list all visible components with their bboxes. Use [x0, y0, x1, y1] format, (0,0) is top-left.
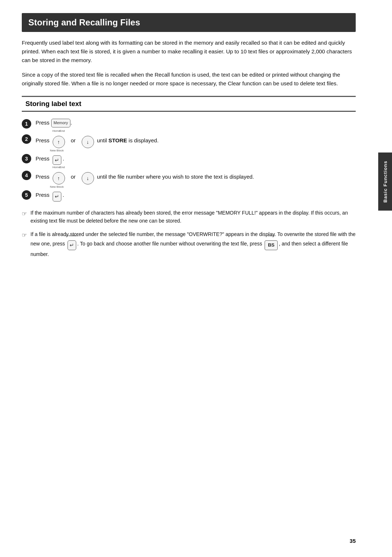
- enter-key-step3[interactable]: ↵: [53, 155, 61, 165]
- new-block-label-step3: New Block: [50, 149, 64, 153]
- step-number-5: 5: [22, 190, 31, 200]
- step-number-1: 1: [22, 119, 31, 129]
- up-arrow-key-step2[interactable]: ↑: [53, 136, 65, 148]
- memory-key[interactable]: Memory: [51, 119, 71, 127]
- enter-key-step5[interactable]: ↵: [53, 192, 61, 201]
- side-tab: Basic Functions: [378, 153, 392, 211]
- step-1: 1 Press Memory.: [22, 118, 356, 129]
- step-content-1: Press Memory.: [36, 118, 356, 127]
- step-number-3: 3: [22, 154, 31, 163]
- step-number-4: 4: [22, 171, 31, 180]
- new-block-label-step5: New Block: [50, 185, 64, 190]
- clear-label-note2: Clear: [268, 233, 275, 238]
- note-1: ☞ If the maximum number of characters ha…: [22, 209, 356, 225]
- note-2: ☞ If a file is already stored under the …: [22, 230, 356, 259]
- down-arrow-key-step4[interactable]: ↓: [82, 172, 94, 184]
- page-wrapper: Storing and Recalling Files Frequently u…: [0, 0, 392, 557]
- end-label-step2: End: [60, 129, 65, 134]
- section-heading: Storing label text: [22, 96, 356, 112]
- step-content-4: Press Home End ↑ or ↓ until the file num…: [36, 170, 356, 184]
- step-content-2: Press Home End ↑ or ↓ until STORE is dis…: [36, 134, 356, 148]
- down-arrow-key-step2[interactable]: ↓: [82, 136, 94, 148]
- page-title-bar: Storing and Recalling Files: [22, 13, 356, 32]
- enter-key-note2[interactable]: ↵: [68, 240, 76, 250]
- home-label-step2: Home: [53, 129, 60, 134]
- page-title: Storing and Recalling Files: [28, 17, 349, 28]
- note-icon-1: ☞: [22, 209, 27, 219]
- step-3: 3 Press New Block ↵ .: [22, 153, 356, 165]
- steps-list: 1 Press Memory. 2 Press Home End ↑ or: [22, 118, 356, 202]
- bs-key-note2[interactable]: BS: [265, 240, 278, 250]
- note-text-2: If a file is already stored under the se…: [30, 230, 356, 259]
- step-2: 2 Press Home End ↑ or ↓ until STORE is d…: [22, 134, 356, 148]
- note-icon-2: ☞: [22, 231, 27, 240]
- page-number: 35: [350, 538, 356, 544]
- step-5: 5 Press New Block ↵ .: [22, 190, 356, 201]
- step-4: 4 Press Home End ↑ or ↓ until the file n…: [22, 170, 356, 184]
- note-text-1: If the maximum number of characters has …: [30, 209, 356, 225]
- new-block-label-note2: New Block: [65, 233, 79, 238]
- step-content-5: Press New Block ↵ .: [36, 190, 356, 201]
- notes-section: ☞ If the maximum number of characters ha…: [22, 209, 356, 258]
- intro-paragraph-2: Since a copy of the stored text file is …: [22, 70, 356, 88]
- side-tab-label: Basic Functions: [383, 160, 388, 202]
- intro-paragraph-1: Frequently used label text along with it…: [22, 38, 356, 65]
- up-arrow-key-step4[interactable]: ↑: [53, 172, 65, 184]
- end-label-step4: End: [60, 165, 65, 170]
- main-content: Storing and Recalling Files Frequently u…: [0, 0, 392, 557]
- home-label-step4: Home: [53, 165, 60, 170]
- step-number-2: 2: [22, 134, 31, 144]
- step-content-3: Press New Block ↵ .: [36, 153, 356, 165]
